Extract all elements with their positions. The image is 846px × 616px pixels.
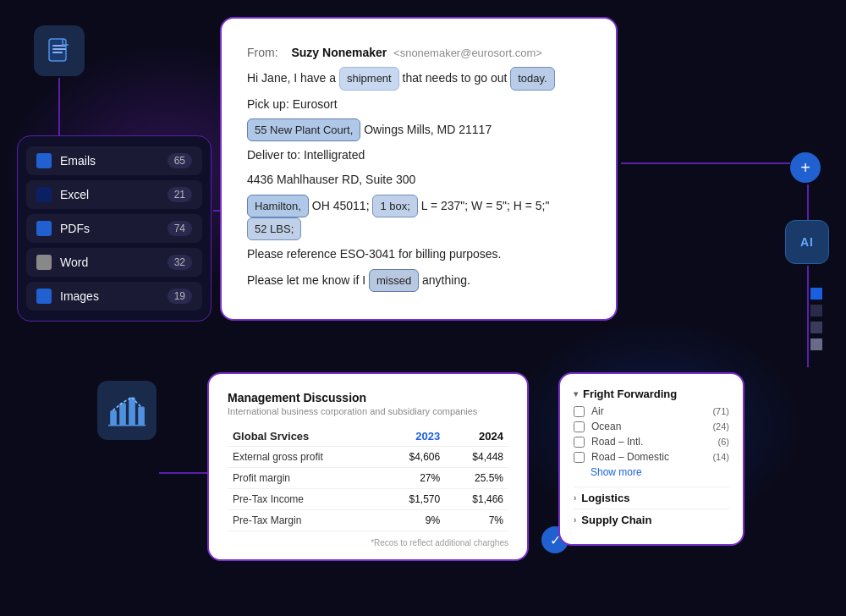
email-line-4: Deliver to: Intelligrated: [247, 145, 591, 166]
filter-logistics[interactable]: › Logistics: [574, 487, 729, 509]
ocean-checkbox[interactable]: [574, 421, 585, 432]
road-intl-checkbox[interactable]: [574, 437, 585, 448]
chart-svg: [108, 393, 146, 427]
supply-chain-label: Supply Chain: [581, 514, 651, 526]
row2-v2023: $1,570: [382, 489, 445, 510]
table-row: Pre-Tax Income $1,570 $1,466: [228, 489, 508, 510]
email-line-2: Pick up: Eurosort: [247, 94, 591, 115]
plus-button[interactable]: +: [790, 152, 821, 183]
line1-mid: that needs to go out: [403, 71, 508, 85]
email-line-8: Please let me know if I missed anything.: [247, 269, 591, 292]
connector-chart-to-table: [159, 472, 210, 474]
excel-icon: [36, 187, 52, 202]
emails-label: Emails: [60, 154, 159, 168]
filter-supply-chain[interactable]: › Supply Chain: [574, 509, 729, 531]
filter-item-ocean[interactable]: Ocean (24): [574, 421, 729, 432]
col-header-label: Global Srvices: [228, 426, 382, 447]
table-title: Management Discussion: [228, 391, 508, 404]
filter-item-road-domestic[interactable]: Road – Domestic (14): [574, 451, 729, 463]
word-icon: [36, 255, 52, 270]
table-subtitle: International business corporation and s…: [228, 406, 508, 416]
from-addr: <snonemaker@eurosort.com>: [393, 47, 542, 59]
tag-lbs: 52 LBS;: [247, 217, 301, 240]
connector-email-to-plus: [621, 162, 790, 164]
emails-icon: [36, 153, 52, 168]
svg-rect-5: [138, 407, 145, 426]
email-from: From: Suzy Nonemaker <snonemaker@eurosor…: [247, 42, 591, 63]
file-item-emails[interactable]: Emails 65: [26, 146, 202, 175]
row0-label: External gross profit: [228, 447, 382, 468]
data-table: Global Srvices 2023 2024 External gross …: [228, 426, 508, 531]
line2-text: Pick up: Eurosort: [247, 97, 338, 111]
air-count: (71): [712, 406, 729, 416]
table-row: External gross profit $4,606 $4,448: [228, 447, 508, 468]
svg-rect-3: [119, 403, 126, 425]
email-line-5: 4436 Mahlhauser RD, Suite 300: [247, 169, 591, 190]
row2-v2024: $1,466: [445, 489, 508, 510]
file-item-images[interactable]: Images 19: [26, 282, 202, 311]
word-count: 32: [168, 255, 192, 270]
row1-v2024: 25.5%: [445, 468, 508, 489]
email-line-6: Hamilton, OH 45011; 1 box; L = 237"; W =…: [247, 195, 591, 241]
col-header-2023: 2023: [382, 426, 445, 447]
row0-v2023: $4,606: [382, 447, 445, 468]
excel-label: Excel: [60, 188, 159, 201]
file-item-excel[interactable]: Excel 21: [26, 180, 202, 209]
indicator-mid: [810, 322, 822, 333]
chevron-right-icon-logistics: ›: [574, 493, 576, 503]
indicator-light: [810, 338, 822, 350]
filter-item-road-intl[interactable]: Road – Intl. (6): [574, 436, 729, 448]
emails-count: 65: [168, 153, 192, 168]
email-panel: From: Suzy Nonemaker <snonemaker@eurosor…: [220, 17, 618, 321]
road-domestic-label: Road – Domestic: [591, 451, 706, 463]
col-header-2024: 2024: [445, 426, 508, 447]
road-domestic-count: (14): [712, 452, 729, 462]
from-label: From:: [247, 46, 278, 59]
images-count: 19: [168, 289, 192, 304]
line8-post: anything.: [422, 273, 470, 287]
tag-today: today.: [510, 67, 554, 90]
tag-address: 55 New Plant Court,: [247, 118, 360, 141]
file-list-panel: Emails 65 Excel 21 PDFs 74 Word 32 Image…: [17, 135, 212, 322]
road-domestic-checkbox[interactable]: [574, 452, 585, 463]
line8-pre: Please let me know if I: [247, 273, 365, 287]
file-item-pdfs[interactable]: PDFs 74: [26, 214, 202, 243]
row3-v2024: 7%: [445, 510, 508, 531]
email-line-3: 55 New Plant Court, Owings Mills, MD 211…: [247, 118, 591, 141]
table-row: Pre-Tax Margin 9% 7%: [228, 510, 508, 531]
line3-rest: Owings Mills, MD 21117: [364, 123, 492, 136]
row3-v2023: 9%: [382, 510, 445, 531]
row0-v2024: $4,448: [445, 447, 508, 468]
svg-rect-2: [110, 410, 117, 426]
side-indicators: [810, 288, 822, 350]
document-svg: [46, 37, 73, 64]
file-item-word[interactable]: Word 32: [26, 248, 202, 277]
air-label: Air: [591, 405, 706, 417]
ai-button[interactable]: AI: [785, 220, 829, 264]
pdfs-icon: [36, 221, 52, 236]
show-more-link[interactable]: Show more: [591, 466, 729, 478]
from-name: Suzy Nonemaker: [291, 46, 387, 59]
ocean-label: Ocean: [591, 421, 706, 432]
pdfs-label: PDFs: [60, 222, 159, 235]
line6-rest: OH 45011;: [312, 199, 370, 212]
row1-label: Profit margin: [228, 468, 382, 489]
tag-shipment: shipment: [339, 67, 399, 90]
row3-label: Pre-Tax Margin: [228, 510, 382, 531]
line1-pre: Hi Jane, I have a: [247, 71, 336, 85]
email-line-1: Hi Jane, I have a shipment that needs to…: [247, 67, 591, 90]
row1-v2023: 27%: [382, 468, 445, 489]
air-checkbox[interactable]: [574, 406, 585, 417]
line7-text: Please reference ESO-3041 for billing pu…: [247, 247, 501, 261]
images-label: Images: [60, 289, 159, 303]
indicator-dark: [810, 305, 822, 316]
ai-label: AI: [800, 235, 814, 249]
svg-rect-4: [129, 398, 135, 426]
line5-text: 4436 Mahlhauser RD, Suite 300: [247, 173, 415, 186]
filter-item-air[interactable]: Air (71): [574, 405, 729, 417]
filter-panel: ▾ Fright Forwarding Air (71) Ocean (24) …: [558, 372, 744, 546]
table-row: Profit margin 27% 25.5%: [228, 468, 508, 489]
filter-freight-title: ▾ Fright Forwarding: [574, 388, 729, 400]
ocean-count: (24): [712, 421, 729, 432]
tag-hamilton: Hamilton,: [247, 195, 309, 217]
